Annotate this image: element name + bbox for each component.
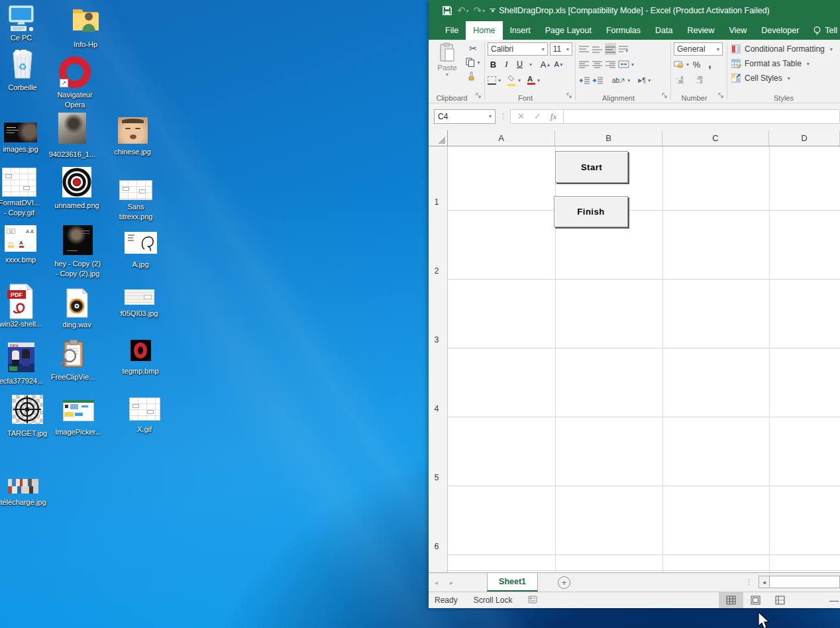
align-bottom-icon[interactable]	[605, 43, 616, 55]
accounting-format-icon[interactable]: ▾	[674, 58, 689, 70]
desktop-icon-hey-copy-2[interactable]: hey - Copy (2)- Copy (2).jpg	[48, 225, 107, 255]
align-center-icon[interactable]	[592, 58, 603, 70]
cut-icon[interactable]: ✂	[463, 42, 483, 54]
number-format-select[interactable]: General▾	[674, 42, 723, 56]
finish-button[interactable]: Finish	[554, 196, 628, 227]
new-sheet-icon[interactable]: +	[558, 576, 570, 589]
paste-button[interactable]: Paste ▾	[433, 42, 462, 89]
font-size-select[interactable]: 11▾	[550, 42, 572, 56]
macro-record-icon[interactable]	[520, 595, 546, 605]
merge-center-icon[interactable]: ▾	[618, 58, 634, 70]
font-name-select[interactable]: Calibri▾	[488, 42, 548, 56]
next-sheet-icon[interactable]: ▸	[444, 573, 459, 592]
align-middle-icon[interactable]	[592, 43, 603, 55]
desktop-icon-imagepicker[interactable]: ImagePicker...	[48, 400, 108, 421]
win32-shell-pdf-icon[interactable]: PDF	[6, 284, 35, 319]
row-header-4[interactable]: 4	[429, 404, 445, 413]
customize-qat-icon[interactable]: ▾	[490, 9, 496, 13]
number-dialog-launcher-icon[interactable]	[718, 91, 724, 101]
row-header-6[interactable]: 6	[429, 542, 445, 551]
unnamed-png-icon[interactable]	[62, 167, 91, 197]
row-header-1[interactable]: 1	[429, 197, 445, 207]
tab-review[interactable]: Review	[680, 21, 721, 40]
desktop-icon-win32-shell-pdf[interactable]: PDFwin32-shell...	[0, 284, 50, 319]
desktop-icon-sans-titrexx-png[interactable]: Sanstitrexx.png	[106, 180, 166, 200]
borders-icon[interactable]: ▾	[488, 74, 501, 86]
decrease-indent-icon[interactable]	[578, 74, 590, 86]
clipboard-dialog-launcher-icon[interactable]	[476, 91, 482, 101]
cell-styles-button[interactable]: Cell Styles▾	[731, 71, 833, 85]
tab-formulas[interactable]: Formulas	[599, 21, 648, 40]
undo-icon[interactable]: ↶▾	[457, 5, 469, 17]
row-header-5[interactable]: 5	[429, 473, 445, 482]
tab-page-layout[interactable]: Page Layout	[538, 21, 599, 40]
f05qi03-jpg-icon[interactable]	[125, 289, 154, 305]
format-painter-icon[interactable]	[463, 70, 483, 82]
italic-button[interactable]: I	[501, 58, 512, 70]
alignment-dialog-launcher-icon[interactable]	[662, 91, 668, 101]
horizontal-scrollbar[interactable]: ◂	[759, 576, 840, 588]
column-header-B[interactable]: B	[555, 131, 662, 146]
tab-insert[interactable]: Insert	[503, 21, 538, 40]
tab-file[interactable]: File	[438, 21, 466, 40]
hey-copy-2-icon[interactable]	[63, 225, 93, 255]
page-layout-view-icon[interactable]	[743, 592, 768, 608]
page-break-view-icon[interactable]	[768, 592, 792, 608]
font-color-icon[interactable]: A▾	[527, 74, 540, 86]
underline-caret-icon[interactable]: ▾	[529, 62, 532, 68]
ecfa377924-icon[interactable]: FIFA	[8, 342, 34, 372]
tegmp-bmp-icon[interactable]	[131, 340, 151, 361]
desktop-icon-unnamed-png[interactable]: unnamed.png	[47, 167, 107, 197]
redo-icon[interactable]: ↷▾	[474, 5, 486, 17]
zoom-out-icon[interactable]: —	[829, 595, 839, 605]
formatdvi-copy-gif-icon[interactable]	[2, 168, 36, 197]
save-icon[interactable]	[442, 5, 452, 16]
underline-button[interactable]: U	[514, 58, 525, 70]
prev-sheet-icon[interactable]: ◂	[429, 573, 444, 592]
desktop-icon-xxxx-bmp[interactable]: 11A AAxxxx.bmp	[0, 225, 50, 252]
insert-function-icon[interactable]: fx	[551, 111, 556, 122]
formula-bar-handle[interactable]: ⋮	[496, 112, 510, 121]
desktop-icon-navigateur-opera[interactable]: ↗NavigateurOpera	[45, 56, 105, 88]
grow-font-button[interactable]: A▲	[540, 58, 551, 70]
xxxx-bmp-icon[interactable]: 11A AA	[5, 225, 36, 252]
desktop-icon-ding-wav[interactable]: ding.wav	[47, 288, 107, 318]
ding-wav-icon[interactable]	[66, 288, 88, 318]
desktop-icon-f05qi03-jpg[interactable]: f05QI03.jpg	[109, 289, 169, 305]
scrollbar-thumb[interactable]	[770, 576, 840, 588]
align-top-icon[interactable]	[578, 43, 590, 55]
desktop-icon-formatdvi-copy-gif[interactable]: FormatDVI...- Copy.gif	[0, 168, 49, 197]
tab-developer[interactable]: Developer	[754, 21, 806, 40]
wrap-text-icon[interactable]	[618, 43, 629, 55]
desktop-icon-x-gif[interactable]: X.gif	[115, 397, 174, 421]
sheet-tab-sheet1[interactable]: Sheet1	[487, 573, 538, 592]
column-header-C[interactable]: C	[662, 131, 769, 146]
info-hp-icon[interactable]	[72, 5, 99, 33]
scroll-left-icon[interactable]: ◂	[759, 576, 770, 588]
desktop-icon-ce-pc[interactable]: Ce PC	[0, 5, 51, 32]
column-header-A[interactable]: A	[448, 131, 555, 146]
text-direction-icon[interactable]: ▶¶▾	[638, 74, 651, 86]
conditional-formatting-button[interactable]: Conditional Formatting▾	[731, 42, 833, 56]
align-left-icon[interactable]	[578, 58, 590, 70]
cancel-entry-icon[interactable]: ✕	[517, 111, 525, 121]
confirm-entry-icon[interactable]: ✓	[534, 111, 541, 121]
tab-splitter-handle[interactable]: ⋮	[745, 578, 753, 586]
chinese-jpg-icon[interactable]	[118, 117, 148, 144]
94023616-1-icon[interactable]	[58, 113, 86, 144]
formula-input[interactable]	[564, 109, 840, 124]
percent-style-button[interactable]: %	[691, 58, 702, 70]
shrink-font-button[interactable]: A▼	[553, 58, 564, 70]
select-all-corner[interactable]	[429, 131, 448, 146]
ce-pc-icon[interactable]	[5, 5, 37, 32]
target-jpg-icon[interactable]	[12, 395, 43, 424]
imagepicker-icon[interactable]	[63, 400, 94, 421]
desktop-icon-telecharge-jpg[interactable]: téléchargé.jpg	[0, 479, 53, 494]
bold-button[interactable]: B	[488, 58, 499, 70]
sheet-grid[interactable]	[448, 146, 840, 572]
tab-data[interactable]: Data	[648, 21, 680, 40]
a-jpg-icon[interactable]	[125, 232, 157, 254]
images-jpg-icon[interactable]	[4, 123, 37, 142]
decrease-decimal-icon[interactable]: .00→.0	[693, 74, 704, 86]
telecharge-jpg-icon[interactable]	[8, 479, 38, 494]
